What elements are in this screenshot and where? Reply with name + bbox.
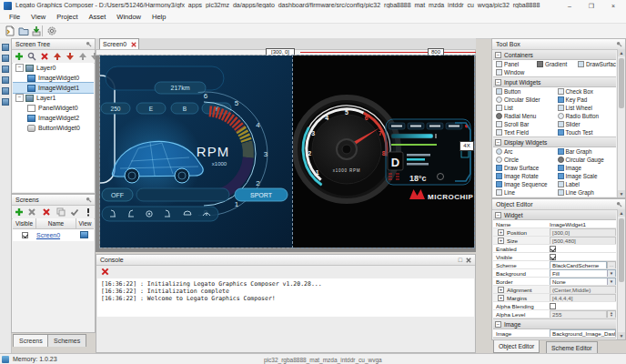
expand-icon[interactable]: + (498, 295, 504, 301)
toolbox-item-gradient[interactable]: Gradient (534, 60, 575, 68)
pin-icon[interactable] (616, 41, 622, 47)
menu-help[interactable]: Help (146, 12, 171, 23)
dock-panel-icon-2[interactable] (2, 55, 9, 62)
dock-panel-icon-6[interactable] (2, 98, 9, 106)
toolbox-item-radial-menu[interactable]: Radial Menu (493, 112, 555, 120)
section-editor-options[interactable]: −Editor Options (493, 338, 616, 339)
tab-object-editor[interactable]: Object Editor (493, 340, 540, 353)
tree-item-buttonwidget0[interactable]: ButtonWidget0 (13, 123, 94, 133)
promote-icon[interactable] (78, 52, 87, 61)
collapse-icon[interactable]: − (495, 52, 501, 58)
tab-screens[interactable]: Screens (13, 334, 49, 347)
tab-screen0[interactable]: Screen0 (99, 38, 139, 49)
toolbox-item-slider[interactable]: Slider (555, 120, 617, 128)
alpha-blending-checkbox[interactable] (550, 303, 556, 309)
toolbox-item-button[interactable]: Button (493, 87, 555, 96)
open-project-icon[interactable] (18, 25, 29, 36)
property-value-position[interactable]: [300,0] (550, 228, 616, 236)
image-asset-value[interactable]: Background_Image_Dashboard (550, 329, 616, 337)
scroll-thumb[interactable] (619, 58, 624, 108)
move-down-icon[interactable] (66, 52, 75, 61)
dock-panel-icon-1[interactable] (2, 44, 9, 51)
console-log[interactable]: [16:36:22] : Initializing Legato Graphic… (97, 278, 474, 317)
dashboard-image-widget0[interactable]: 217km 250 E B Y (100, 56, 293, 248)
scroll-up-icon[interactable]: ▲ (618, 209, 625, 217)
tab-schemes[interactable]: Schemes (47, 334, 86, 347)
scroll-down-icon[interactable]: ▼ (618, 332, 625, 339)
toolbox-item-arc[interactable]: Arc (493, 147, 555, 156)
screen-view-icon[interactable] (80, 231, 88, 238)
toolbox-item-keypad[interactable]: Key Pad (555, 96, 617, 104)
tree-item-panelwidget0[interactable]: PanelWidget0 (13, 103, 94, 113)
screen-row-screen0[interactable]: Screen0 (13, 229, 94, 241)
visible-checkbox[interactable] (22, 232, 28, 238)
toolbox-item-circular-slider[interactable]: Circular Slider (493, 96, 555, 104)
toolbox-scrollbar[interactable]: ▲ ▼ (617, 49, 625, 197)
toolbox-item-drawsurface[interactable]: DrawSurface (575, 60, 616, 68)
section-input-widgets[interactable]: −Input Widgets (493, 76, 616, 87)
toolbox-item-scroll-bar[interactable]: Scroll Bar (493, 120, 555, 128)
menu-window[interactable]: Window (111, 12, 146, 23)
toolbox-item-checkbox[interactable]: Check Box (555, 87, 617, 96)
collapse-icon[interactable]: − (15, 94, 24, 102)
column-name[interactable]: Name (36, 218, 76, 228)
alpha-level-value[interactable]: 255 (550, 310, 607, 318)
expand-icon[interactable]: + (498, 238, 504, 244)
menu-view[interactable]: View (25, 12, 51, 23)
settings-gear-icon[interactable] (46, 25, 57, 36)
section-containers[interactable]: −Containers (493, 49, 616, 60)
chevron-down-icon[interactable]: ▼ (607, 270, 615, 277)
design-canvas[interactable]: 217km 250 E B Y (96, 56, 476, 252)
toolbox-item-image-sequence[interactable]: Image Sequence (493, 180, 555, 188)
object-editor-scrollbar[interactable]: ▲ ▼ (617, 209, 625, 339)
section-image[interactable]: −Image (493, 318, 616, 329)
toolbox-item-list[interactable]: List (493, 104, 555, 112)
toolbox-item-label[interactable]: Label (555, 180, 617, 188)
toolbox-item-bar-graph[interactable]: Bar Graph (555, 147, 617, 156)
toolbox-item-touch-test[interactable]: Touch Test (555, 128, 617, 136)
enabled-checkbox[interactable] (550, 246, 556, 252)
section-widget[interactable]: −Widget (493, 209, 616, 220)
toolbox-item-circle[interactable]: Circle (493, 156, 555, 164)
screen-name-link[interactable]: Screen0 (36, 232, 60, 238)
scheme-value[interactable]: BlackCardScheme (550, 261, 607, 268)
toolbox-item-window[interactable]: Window (493, 68, 534, 76)
pin-icon[interactable] (86, 41, 92, 47)
property-value-margins[interactable]: [4,4,4,4] (550, 294, 616, 301)
menu-asset[interactable]: Asset (84, 12, 112, 23)
tree-item-imagewidget1-selected[interactable]: ImageWidget1 (13, 83, 94, 93)
spinner-icons[interactable]: ▲▼ (607, 310, 616, 318)
collapse-icon[interactable]: − (495, 321, 501, 328)
move-up-icon[interactable] (53, 52, 62, 61)
menu-file[interactable]: File (4, 12, 25, 23)
dock-panel-icon-4[interactable] (2, 76, 9, 84)
toolbox-item-line[interactable]: Line (493, 188, 555, 197)
collapse-icon[interactable]: − (495, 79, 501, 86)
toolbox-item-line-graph[interactable]: Line Graph (555, 188, 617, 197)
toolbox-item-text-field[interactable]: Text Field (493, 128, 555, 136)
dock-panel-icon-5[interactable] (2, 87, 9, 95)
scroll-up-icon[interactable]: ▲ (618, 49, 625, 56)
set-default-icon[interactable] (70, 207, 79, 217)
toolbox-item-draw-surface[interactable]: Draw Surface (493, 164, 555, 172)
toolbox-item-panel[interactable]: Panel (493, 60, 534, 68)
close-button[interactable]: × (602, 0, 624, 12)
column-visible[interactable]: Visible (13, 218, 36, 228)
collapse-icon[interactable]: − (495, 212, 501, 218)
toolbox-item-circular-gauge[interactable]: Circular Gauge (555, 156, 617, 164)
toolbox-item-image-rotate[interactable]: Image Rotate (493, 172, 555, 180)
column-view[interactable]: View (76, 218, 94, 228)
clear-console-icon[interactable] (101, 268, 109, 276)
section-display-widgets[interactable]: −Display Widgets (493, 136, 616, 147)
chevron-down-icon[interactable]: ▼ (607, 278, 615, 285)
add-widget-icon[interactable] (15, 52, 24, 61)
property-value-alignment[interactable]: (Center,Middle) (550, 286, 616, 293)
property-value-name[interactable]: ImageWidget1 (550, 221, 586, 228)
import-icon[interactable] (31, 25, 42, 36)
float-panel-icon[interactable]: □ (459, 255, 462, 265)
tree-item-imagewidget0[interactable]: ImageWidget0 (13, 73, 94, 83)
add-screen-icon[interactable] (15, 207, 24, 217)
warning-icon[interactable] (84, 207, 93, 217)
delete-screen-icon[interactable] (42, 207, 51, 217)
collapse-icon[interactable]: − (15, 64, 24, 72)
